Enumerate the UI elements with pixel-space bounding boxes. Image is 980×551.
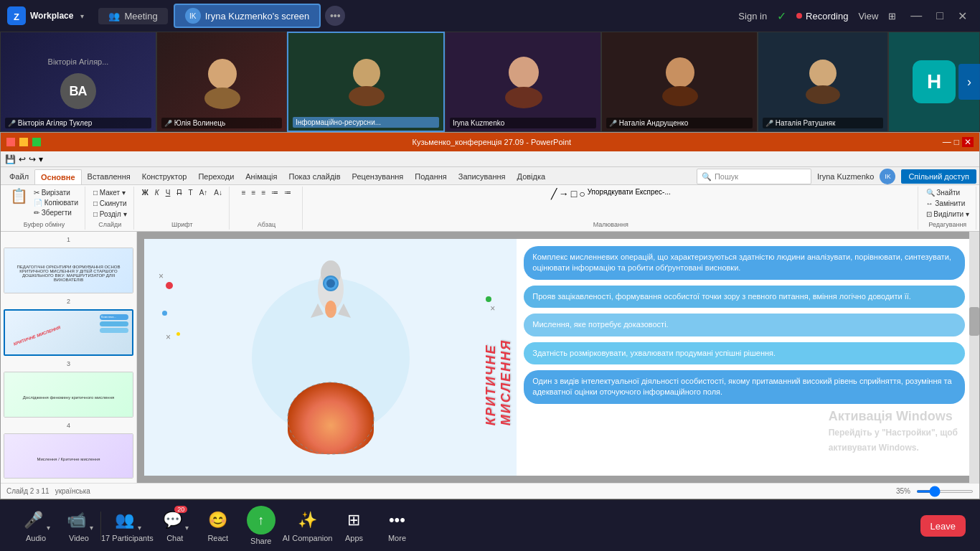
video-thumb-6[interactable]: 🎤 Наталія Ратушняк	[758, 32, 888, 132]
taskbar-more[interactable]: ••• More	[375, 509, 418, 542]
tab-insert[interactable]: Вставлення	[82, 169, 136, 184]
shape-line[interactable]: ╱	[551, 188, 557, 199]
view-button[interactable]: View	[858, 11, 878, 22]
video-thumb-3[interactable]: Інформаційно-ресурсни...	[287, 32, 445, 132]
slides-panel: 1 ПЕДАГОГІЧНІ ОРІЄНТИРИ ФОРМУВАННЯ ОСНОВ…	[1, 232, 137, 483]
powerpoint-window: Кузьменко_конференція 27.09 - PowerPoint…	[0, 132, 980, 499]
replace-button[interactable]: ↔ Замінити	[924, 199, 971, 208]
layout-button[interactable]: □ Скинути	[91, 199, 129, 208]
tab-animations[interactable]: Анімація	[240, 169, 283, 184]
meeting-tab[interactable]: 👥 Meeting	[98, 8, 167, 24]
taskbar-share[interactable]: ↑ Share	[240, 506, 283, 545]
participants-icon: 👥	[113, 509, 136, 532]
ppt-minimize[interactable]: —	[943, 137, 951, 147]
list-number[interactable]: ≔	[282, 188, 293, 197]
leave-button[interactable]: Leave	[920, 515, 966, 537]
ppt-redo-icon[interactable]: ↪	[29, 154, 36, 164]
slide-thumb-3[interactable]: Дослідження феномену критичного мислення	[4, 372, 133, 418]
copy-button[interactable]: 📄 Копіювати	[32, 198, 80, 207]
find-button[interactable]: 🔍 Знайти	[924, 188, 971, 197]
ppt-customize-icon[interactable]: ▾	[39, 154, 43, 164]
font-size-up[interactable]: A↑	[197, 188, 210, 197]
tab-view[interactable]: Подання	[409, 169, 452, 184]
participants-chevron-icon: ▾	[138, 524, 141, 532]
group-label-paragraph: Абзац	[258, 221, 275, 228]
select-button[interactable]: ⊡ Виділити ▾	[924, 209, 971, 219]
align-center[interactable]: ≡	[250, 188, 258, 197]
tab-home[interactable]: Основне	[34, 169, 82, 184]
ppt-user-avatar: IK	[880, 169, 895, 184]
tab-slideshow[interactable]: Показ слайдів	[283, 169, 347, 184]
window-controls: — □ ✕	[906, 8, 971, 24]
shape-arrow[interactable]: →	[559, 188, 569, 199]
participant-name-4: Iryna Kuzmenko	[450, 118, 596, 128]
align-right[interactable]: ≡	[259, 188, 268, 197]
font-size-down[interactable]: A↓	[212, 188, 225, 197]
ppt-search-bar[interactable]: 🔍 Пошук	[697, 169, 811, 184]
group-font: Ж К Ч П Т A↑ A↓ Шрифт	[136, 187, 230, 230]
taskbar-apps[interactable]: ⊞ Apps	[332, 509, 375, 542]
tab-transitions[interactable]: Переходи	[192, 169, 240, 184]
tab-recording[interactable]: Записування	[453, 169, 512, 184]
font-underline[interactable]: Ч	[164, 188, 173, 197]
tab-design[interactable]: Конструктор	[136, 169, 193, 184]
title-bar: Z Workplace ▾ 👥 Meeting IK Iryna Kuzmenk…	[0, 0, 980, 32]
maximize-button[interactable]: □	[932, 8, 948, 24]
minimize-button[interactable]: —	[906, 8, 926, 24]
recording-dot	[796, 13, 802, 19]
taskbar-chat[interactable]: 💬 20 ▾ Chat	[154, 509, 197, 542]
ppt-undo-icon[interactable]: ↩	[19, 154, 26, 164]
font-strikethrough[interactable]: П	[174, 188, 184, 197]
participant-name-6: 🎤 Наталія Ратушняк	[763, 118, 883, 128]
font-shadow[interactable]: Т	[187, 188, 195, 197]
ppt-maximize[interactable]: □	[954, 137, 959, 147]
font-italic[interactable]: К	[153, 188, 161, 197]
video-thumb-4[interactable]: Iryna Kuzmenko	[445, 32, 601, 132]
ppt-save-icon[interactable]: 💾	[5, 154, 16, 164]
ppt-share-button[interactable]: Спільний доступ	[901, 169, 976, 184]
slide-thumb-1[interactable]: ПЕДАГОГІЧНІ ОРІЄНТИРИ ФОРМУВАННЯ ОСНОВ К…	[4, 248, 133, 293]
slide-thumb-2[interactable]: КРИТИЧНЕ МИСЛЕННЯ Комплекс...	[4, 309, 133, 357]
taskbar-participants[interactable]: 👥 ▾ 17 Participants	[101, 509, 154, 542]
shape-rect[interactable]: □	[571, 188, 577, 199]
group-label-drawing: Малювання	[593, 221, 628, 228]
list-bullet[interactable]: ≔	[269, 188, 281, 197]
taskbar-audio[interactable]: 🎤 ▾ Audio	[14, 509, 57, 542]
close-button[interactable]: ✕	[953, 8, 971, 24]
zoom-icon: Z	[7, 6, 26, 25]
paste-button[interactable]: 📋	[8, 188, 30, 204]
section-button[interactable]: □ Розділ ▾	[91, 209, 129, 219]
cut-button[interactable]: ✂ Вирізати	[32, 188, 80, 197]
ppt-scrollbar[interactable]	[969, 232, 979, 483]
taskbar-video[interactable]: 📹 ▾ Video	[57, 509, 100, 542]
video-thumb-2[interactable]: 🎤 Юлія Волинець	[156, 32, 287, 132]
tab-help[interactable]: Довідка	[512, 169, 552, 184]
zoom-slider[interactable]	[916, 490, 974, 493]
ppt-title: Кузьменко_конференція 27.09 - PowerPoint	[45, 138, 938, 146]
video-thumb-1[interactable]: Вікторія Агіляр... ВА 🎤 Вікторія Агіляр …	[0, 32, 156, 132]
quick-styles[interactable]: Експрес-...	[635, 188, 670, 199]
tab-file[interactable]: Файл	[4, 169, 34, 184]
slide-number-4: 4	[4, 422, 133, 429]
avatar-1: ВА	[60, 73, 96, 109]
video-thumb-5[interactable]: 🎤 Наталія Андрущенко	[601, 32, 758, 132]
sign-in-button[interactable]: Sign in	[738, 11, 767, 22]
group-drawing: ╱ → □ ○ Упорядкувати Експрес-... Малюван…	[304, 187, 918, 230]
video-label: Video	[69, 534, 89, 542]
screen-share-tab[interactable]: IK Iryna Kuzmenko's screen	[174, 4, 321, 28]
slide-thumb-4[interactable]: Мислення / Критичне мислення	[4, 433, 133, 479]
taskbar-react[interactable]: 😊 React	[197, 509, 240, 542]
shape-oval[interactable]: ○	[579, 188, 585, 199]
arrange-button[interactable]: Упорядкувати	[588, 188, 633, 199]
tab-review[interactable]: Рецензування	[347, 169, 410, 184]
taskbar-ai[interactable]: ✨ AI Companion	[283, 509, 333, 542]
chevron-icon[interactable]: ▾	[80, 12, 84, 20]
ppt-close[interactable]: ✕	[962, 137, 974, 147]
video-icon: 📹	[65, 509, 88, 532]
align-left[interactable]: ≡	[240, 188, 248, 197]
tab-more-button[interactable]: •••	[325, 6, 345, 26]
video-strip-next-button[interactable]: ›	[958, 64, 980, 100]
font-bold[interactable]: Ж	[140, 188, 151, 197]
paste-special-button[interactable]: ✏ Зберегти	[32, 208, 80, 217]
new-slide-button[interactable]: □ Макет ▾	[91, 188, 129, 197]
